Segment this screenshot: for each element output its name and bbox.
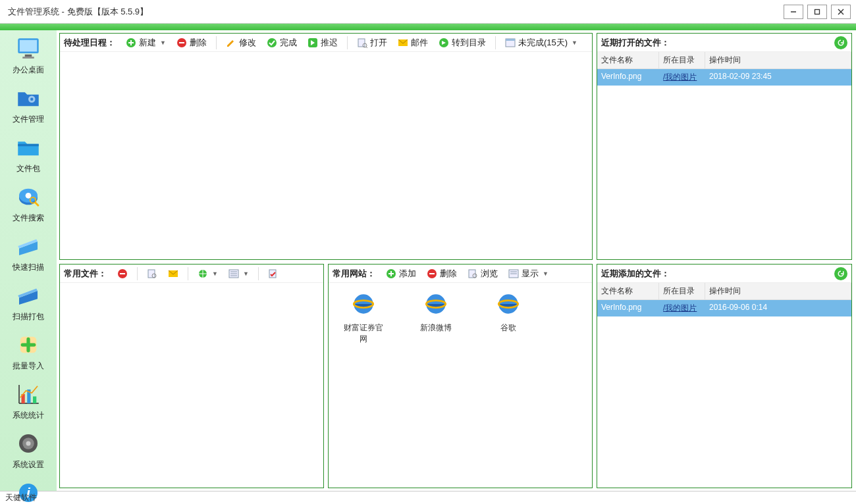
folder-gear-icon <box>14 85 42 111</box>
svg-rect-29 <box>179 42 184 43</box>
sidebar-item-scanpack[interactable]: 扫描打包 <box>5 282 51 322</box>
list-button[interactable]: ▼ <box>226 267 252 280</box>
site-item[interactable]: 谷歌 <box>485 290 531 345</box>
remove-button[interactable] <box>115 267 130 280</box>
svg-rect-50 <box>269 270 276 278</box>
main-area: 待处理日程： 新建▼ 删除 修改 完成 推迟 打开 邮件 转到目录 未完成(15… <box>57 30 856 491</box>
new-button[interactable]: 新建▼ <box>123 36 169 50</box>
site-item[interactable]: 财富证券官网 <box>340 290 387 345</box>
ie-icon <box>494 290 523 318</box>
dir-link[interactable]: /我的图片 <box>663 303 697 313</box>
sidebar-item-label: 扫描打包 <box>5 311 51 322</box>
refresh-button[interactable] <box>834 36 847 49</box>
chevron-down-icon: ▼ <box>572 39 577 46</box>
add-button[interactable]: 添加 <box>383 266 419 281</box>
doc-check-button[interactable] <box>265 267 281 280</box>
gear-icon <box>14 430 42 457</box>
sidebar-item-desktop[interactable]: 办公桌面 <box>5 36 51 76</box>
table-header: 文件名称 所在目录 操作时间 <box>597 52 851 69</box>
schedule-body <box>60 52 592 259</box>
sidebar-item-label: 批量导入 <box>5 361 51 372</box>
minimize-button[interactable] <box>784 5 803 19</box>
site-label: 新浪微博 <box>413 322 459 334</box>
common-sites-panel: 常用网站： 添加 删除 浏览 显示▼ 财富证券官网 新浪微博 <box>328 264 593 488</box>
panel-title: 近期打开的文件： <box>601 37 670 49</box>
monitor-icon <box>14 36 42 62</box>
chevron-down-icon: ▼ <box>543 270 548 277</box>
svg-point-24 <box>26 441 31 446</box>
site-label: 谷歌 <box>485 322 531 334</box>
sidebar-item-label: 办公桌面 <box>5 64 51 76</box>
sidebar-item-label: 文件包 <box>5 163 51 174</box>
sidebar-item-file-mgmt[interactable]: 文件管理 <box>5 85 51 125</box>
moveto-button[interactable]: 转到目录 <box>436 36 489 50</box>
svg-rect-53 <box>429 273 435 274</box>
svg-line-35 <box>366 47 367 48</box>
sidebar-item-label: 文件搜索 <box>5 213 51 224</box>
chevron-down-icon: ▼ <box>243 270 249 277</box>
svg-rect-5 <box>20 40 37 52</box>
col-filename[interactable]: 文件名称 <box>597 283 659 299</box>
svg-rect-6 <box>25 55 32 57</box>
svg-rect-10 <box>18 144 39 147</box>
browse-button[interactable]: 浏览 <box>465 266 500 281</box>
svg-point-30 <box>267 38 277 47</box>
delete-button[interactable]: 删除 <box>424 266 460 281</box>
refresh-button[interactable] <box>834 267 847 280</box>
site-grid: 财富证券官网 新浪微博 谷歌 <box>329 283 592 351</box>
sidebar-item-label: 系统统计 <box>5 410 51 421</box>
col-dir[interactable]: 所在目录 <box>659 283 705 299</box>
col-dir[interactable]: 所在目录 <box>659 52 705 68</box>
panel-title: 常用文件： <box>64 268 107 280</box>
delete-button[interactable]: 删除 <box>174 36 209 50</box>
app-title: 文件管理系统 - 免费版【版本 5.5.9】 <box>5 6 148 18</box>
briefcase-icon <box>14 134 42 161</box>
complete-button[interactable]: 完成 <box>264 36 300 50</box>
titlebar: 文件管理系统 - 免费版【版本 5.5.9】 <box>0 0 856 24</box>
doc-search-button[interactable] <box>144 267 160 280</box>
col-filename[interactable]: 文件名称 <box>597 52 659 68</box>
sidebar-item-search[interactable]: 文件搜索 <box>5 184 51 224</box>
sidebar-item-batchimport[interactable]: 批量导入 <box>5 332 51 372</box>
sidebar: 办公桌面 文件管理 文件包 文件搜索 快速扫描 扫描打包 批量导入 系统统计 <box>0 30 57 491</box>
common-files-panel: 常用文件： ▼ ▼ <box>59 264 324 488</box>
sidebar-item-quickscan[interactable]: 快速扫描 <box>5 233 51 273</box>
delay-button[interactable]: 推迟 <box>305 36 340 50</box>
accent-strip <box>0 24 856 30</box>
svg-rect-32 <box>358 39 365 47</box>
svg-rect-21 <box>33 397 36 404</box>
table-row[interactable]: VerInfo.png /我的图片 2018-02-09 23:45 <box>597 69 851 86</box>
maximize-button[interactable] <box>807 5 827 19</box>
sidebar-item-stats[interactable]: 系统统计 <box>5 381 51 421</box>
dir-link[interactable]: /我的图片 <box>663 72 697 82</box>
svg-rect-41 <box>120 273 125 274</box>
common-files-body <box>60 283 323 488</box>
lower-left-area: 常用文件： ▼ ▼ 常用网站： 添加 删除 <box>59 264 593 488</box>
sidebar-item-settings[interactable]: 系统设置 <box>5 430 51 470</box>
sidebar-item-label: 文件管理 <box>5 114 51 125</box>
open-button[interactable]: 打开 <box>354 36 390 50</box>
col-time[interactable]: 操作时间 <box>705 52 851 68</box>
globe-button[interactable]: ▼ <box>195 267 221 280</box>
statusbar: 天健软件 <box>0 491 856 504</box>
panel-title: 常用网站： <box>333 268 375 280</box>
svg-line-15 <box>36 203 39 206</box>
edit-button[interactable]: 修改 <box>223 36 259 50</box>
close-button[interactable] <box>831 5 851 19</box>
mail-button[interactable]: 邮件 <box>395 36 431 50</box>
mail-button[interactable] <box>165 267 181 280</box>
col-time[interactable]: 操作时间 <box>705 283 851 299</box>
sidebar-item-package[interactable]: 文件包 <box>5 134 51 174</box>
disc-search-icon <box>14 184 42 210</box>
svg-rect-39 <box>506 39 515 41</box>
table-row[interactable]: VerInfo.png /我的图片 2016-09-06 0:14 <box>597 300 851 316</box>
ie-icon <box>421 290 450 318</box>
sidebar-item-label: 系统设置 <box>5 459 51 470</box>
site-item[interactable]: 新浪微博 <box>413 290 459 345</box>
incomplete-button[interactable]: 未完成(15天)▼ <box>502 36 580 50</box>
table-header: 文件名称 所在目录 操作时间 <box>597 283 851 300</box>
scanner-pack-icon <box>14 282 42 309</box>
show-button[interactable]: 显示▼ <box>506 266 551 281</box>
site-label: 财富证券官网 <box>340 322 387 345</box>
chevron-down-icon: ▼ <box>212 270 218 277</box>
